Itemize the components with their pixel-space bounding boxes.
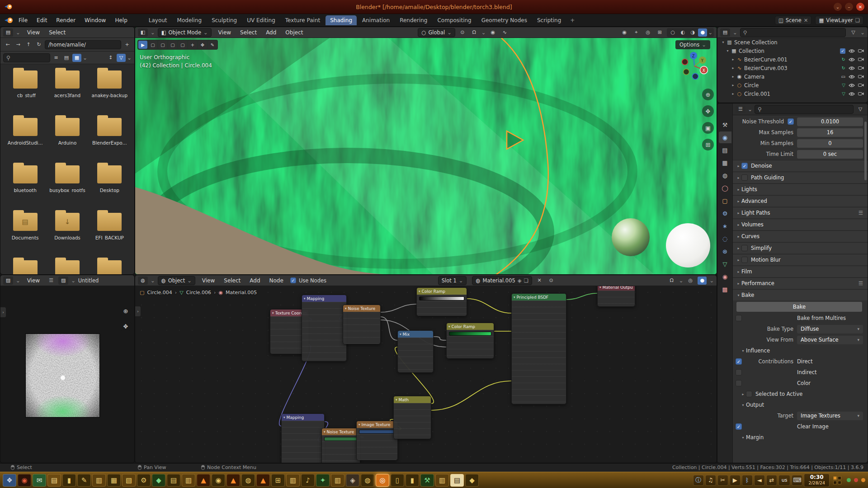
preview-shading-icon[interactable]: ● [698, 277, 707, 285]
output-tab[interactable]: ▤ [719, 144, 731, 156]
property-row[interactable]: Bake Type Diffuse [733, 324, 868, 334]
folder-item[interactable]: AndroidStudi... [4, 116, 46, 164]
menu[interactable]: File [14, 16, 32, 25]
folder-item[interactable]: busybox_rootfs [46, 164, 88, 211]
expand-icon[interactable]: ▸ [730, 92, 736, 96]
slot-selector[interactable]: Slot 1 ⌄ [438, 276, 467, 285]
toggle-xray-icon[interactable]: ⊞ [655, 28, 664, 37]
archive-icon[interactable]: ▦ [107, 474, 121, 487]
shader-node[interactable]: ▾ Mix [397, 330, 434, 373]
property-row[interactable]: ▸ Motion Blur [733, 254, 868, 265]
scene-selector[interactable]: ◫ Scene ✕ [775, 16, 812, 25]
up-button[interactable]: ↑ [24, 41, 33, 49]
refresh-button[interactable]: ↻ [34, 41, 43, 49]
shading-wireframe-icon[interactable]: ○ [668, 28, 677, 37]
menu[interactable]: Render [52, 16, 80, 25]
workspace-tab[interactable]: Modeling [173, 15, 207, 25]
shader-node[interactable]: ▾ Principled BSDF [511, 293, 566, 404]
menu[interactable]: View [23, 28, 44, 37]
property-value[interactable]: Clear Image [797, 422, 863, 431]
property-value[interactable]: 0 [797, 139, 863, 148]
node-canvas[interactable]: ▾ Texture Coordinate ▾ Mapping [135, 286, 717, 463]
hide-in-viewport-icon[interactable] [849, 57, 855, 62]
workspace-tab[interactable]: Animation [358, 15, 394, 25]
property-row[interactable]: Min Samples 0 [733, 138, 868, 149]
node-collapse-icon[interactable]: ▾ [304, 297, 306, 300]
studiolight-preview-sphere[interactable] [666, 223, 710, 267]
property-value[interactable]: Color [797, 379, 863, 388]
folder-4-icon[interactable]: ▥ [435, 474, 449, 487]
expand-icon[interactable]: ▸ [736, 211, 741, 215]
forward-button[interactable]: → [14, 41, 23, 49]
item-name[interactable]: Circle.001 [744, 91, 770, 97]
pivot-point-icon[interactable]: ⊙ [458, 28, 467, 37]
browser-icon[interactable]: ◍ [241, 474, 255, 487]
object-tab[interactable]: ▢ [719, 195, 731, 206]
menu[interactable]: Select [45, 28, 70, 37]
property-row[interactable]: Contributions Direct [733, 356, 868, 367]
back-button[interactable]: ← [3, 41, 12, 49]
folder-item[interactable] [4, 258, 46, 275]
workspace-tab[interactable]: Sculpting [207, 15, 241, 25]
select-mode-subtract-icon[interactable]: ▢ [168, 41, 177, 49]
panel-menu-icon[interactable]: ☰ [859, 210, 863, 216]
node-collapse-icon[interactable]: ▾ [400, 333, 401, 336]
checkbox[interactable] [741, 174, 748, 181]
disable-in-renders-icon[interactable] [858, 49, 864, 53]
expand-icon[interactable]: ▸ [736, 188, 741, 192]
shader-node[interactable]: ▾ Image Texture [356, 421, 398, 460]
property-value[interactable]: Image Textures [797, 412, 863, 420]
settings-icon[interactable]: ⚙ [137, 474, 151, 487]
terminal-2-icon[interactable]: ▮ [406, 474, 419, 487]
checkbox[interactable] [788, 118, 794, 125]
pin-icon[interactable]: ⊙ [547, 277, 556, 285]
property-row[interactable]: ▸ Lights [733, 183, 868, 195]
property-row[interactable]: Bake from Multires [733, 313, 868, 324]
outliner-item[interactable]: ▸ ∿ BezierCurve.001 ↻ [717, 55, 868, 64]
keyboard-icon[interactable]: ⌨ [792, 475, 802, 486]
property-row[interactable]: Color [733, 378, 868, 389]
folder-manager-icon[interactable]: ▥ [92, 474, 106, 487]
expand-icon[interactable]: ▾ [740, 403, 746, 407]
chevron-down-icon[interactable]: ⌄ [16, 277, 20, 284]
item-name[interactable]: BezierCurve.001 [744, 56, 788, 63]
folder-3-icon[interactable]: ▥ [331, 474, 344, 487]
menu[interactable]: View [198, 276, 219, 285]
property-value[interactable]: Bake from Multires [797, 314, 863, 323]
shader-node[interactable]: ▾ Mapping [281, 413, 325, 463]
shading-rendered-icon[interactable]: ● [698, 28, 707, 37]
expand-icon[interactable]: ▸ [736, 176, 741, 180]
workspace-tab[interactable]: Scripting [533, 15, 566, 25]
pan-hand-icon[interactable]: ✥ [120, 320, 132, 332]
terminal-icon[interactable]: ▮ [62, 474, 76, 487]
folder-item[interactable]: bluetooth [4, 164, 46, 211]
menu[interactable]: Object [281, 28, 307, 37]
tool-tab[interactable]: ⚒ [719, 119, 731, 131]
workspace-tab[interactable]: Rendering [395, 15, 432, 25]
outliner-item[interactable]: ▾ ▥ Scene Collection [717, 38, 868, 47]
property-row[interactable]: Clear Image [733, 421, 868, 432]
outliner-item[interactable]: ▸ ∿ BezierCurve.003 ↻ [717, 64, 868, 72]
camera-view-icon[interactable]: ▣ [702, 122, 714, 134]
music-player-icon[interactable]: ♪ [301, 474, 315, 487]
pan-hand-icon[interactable]: ✥ [702, 105, 714, 117]
particles-tab[interactable]: ∗ [719, 220, 731, 232]
folder-item[interactable] [89, 258, 131, 275]
constraints-tab[interactable]: ⊛ [719, 245, 731, 257]
physics-tab[interactable]: ◌ [719, 233, 731, 244]
move-tool-icon[interactable]: ✥ [198, 41, 207, 49]
property-value[interactable]: Diffuse [797, 325, 863, 333]
expand-icon[interactable]: ▾ [720, 40, 726, 44]
render-tab[interactable]: ◉ [719, 131, 731, 143]
checkbox[interactable] [736, 358, 742, 365]
chevron-down-icon[interactable]: ⌄ [481, 29, 486, 36]
chevron-down-icon[interactable]: ⌄ [860, 29, 865, 36]
recorder-icon[interactable]: ▶ [730, 475, 741, 486]
hide-in-viewport-icon[interactable] [849, 83, 855, 88]
scene-tab[interactable]: ◍ [719, 169, 731, 181]
network-icon[interactable]: ⇄ [766, 475, 777, 486]
property-row[interactable]: ▸ Curves [733, 230, 868, 242]
wine-app-icon[interactable]: ◆ [465, 474, 479, 487]
sidebar-toggle[interactable]: › [135, 306, 141, 317]
shader-node[interactable]: ▾ Color Ramp [416, 287, 467, 316]
